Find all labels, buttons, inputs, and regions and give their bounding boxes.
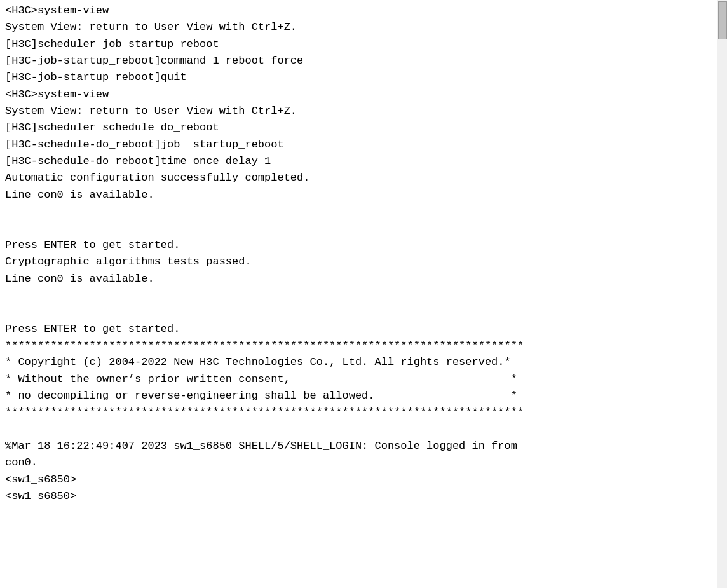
terminal-container: <H3C>system-view System View: return to … [0,0,727,588]
terminal-output[interactable]: <H3C>system-view System View: return to … [0,0,717,588]
scrollbar-thumb[interactable] [718,1,727,39]
scrollbar[interactable] [717,0,727,588]
